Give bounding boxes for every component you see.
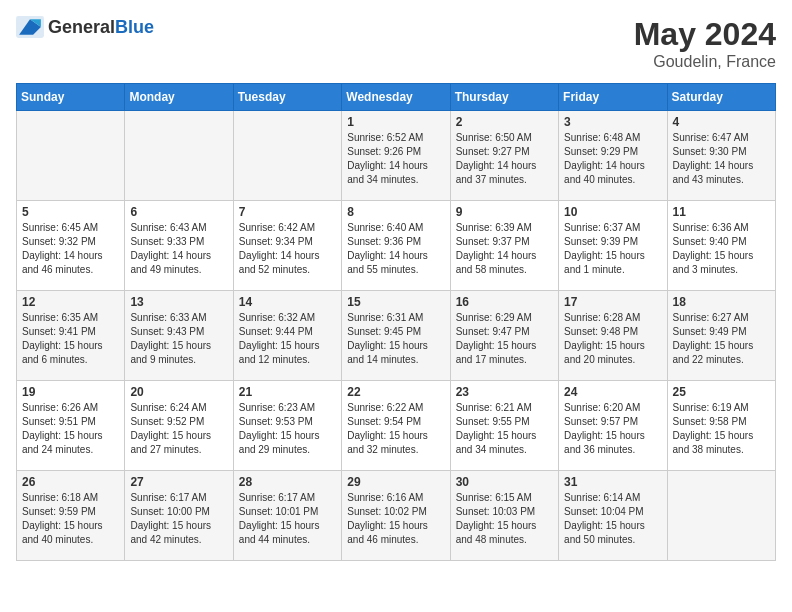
day-info: Sunrise: 6:50 AM xyxy=(456,131,553,145)
day-number: 9 xyxy=(456,205,553,219)
day-info: Sunrise: 6:17 AM xyxy=(239,491,336,505)
day-info: Sunrise: 6:16 AM xyxy=(347,491,444,505)
day-info: Sunset: 9:37 PM xyxy=(456,235,553,249)
day-info: Sunset: 10:03 PM xyxy=(456,505,553,519)
calendar-cell: 13Sunrise: 6:33 AMSunset: 9:43 PMDayligh… xyxy=(125,291,233,381)
day-info: Sunset: 10:02 PM xyxy=(347,505,444,519)
day-info: and 49 minutes. xyxy=(130,263,227,277)
day-info: Daylight: 14 hours xyxy=(22,249,119,263)
day-info: Sunrise: 6:17 AM xyxy=(130,491,227,505)
day-number: 13 xyxy=(130,295,227,309)
day-info: Daylight: 15 hours xyxy=(347,519,444,533)
day-info: Daylight: 15 hours xyxy=(564,249,661,263)
day-number: 23 xyxy=(456,385,553,399)
day-info: Sunrise: 6:48 AM xyxy=(564,131,661,145)
day-info: and 34 minutes. xyxy=(347,173,444,187)
day-info: Sunrise: 6:39 AM xyxy=(456,221,553,235)
day-info: and 46 minutes. xyxy=(22,263,119,277)
day-info: Sunrise: 6:20 AM xyxy=(564,401,661,415)
day-info: and 34 minutes. xyxy=(456,443,553,457)
day-info: Daylight: 15 hours xyxy=(130,519,227,533)
day-info: and 29 minutes. xyxy=(239,443,336,457)
day-number: 7 xyxy=(239,205,336,219)
day-info: Daylight: 15 hours xyxy=(22,429,119,443)
day-info: and 58 minutes. xyxy=(456,263,553,277)
day-number: 26 xyxy=(22,475,119,489)
calendar-cell: 17Sunrise: 6:28 AMSunset: 9:48 PMDayligh… xyxy=(559,291,667,381)
day-info: Sunrise: 6:27 AM xyxy=(673,311,770,325)
day-number: 15 xyxy=(347,295,444,309)
day-info: Sunrise: 6:32 AM xyxy=(239,311,336,325)
day-number: 17 xyxy=(564,295,661,309)
day-info: and 1 minute. xyxy=(564,263,661,277)
day-info: Daylight: 15 hours xyxy=(347,429,444,443)
day-info: Sunset: 9:55 PM xyxy=(456,415,553,429)
day-number: 6 xyxy=(130,205,227,219)
day-info: and 3 minutes. xyxy=(673,263,770,277)
day-number: 10 xyxy=(564,205,661,219)
calendar-cell: 15Sunrise: 6:31 AMSunset: 9:45 PMDayligh… xyxy=(342,291,450,381)
day-info: Sunset: 9:33 PM xyxy=(130,235,227,249)
day-number: 27 xyxy=(130,475,227,489)
weekday-header: Saturday xyxy=(667,84,775,111)
calendar-cell: 1Sunrise: 6:52 AMSunset: 9:26 PMDaylight… xyxy=(342,111,450,201)
day-info: Daylight: 15 hours xyxy=(456,519,553,533)
day-number: 12 xyxy=(22,295,119,309)
day-info: Sunset: 9:40 PM xyxy=(673,235,770,249)
day-number: 24 xyxy=(564,385,661,399)
day-info: and 48 minutes. xyxy=(456,533,553,547)
day-info: Sunset: 9:39 PM xyxy=(564,235,661,249)
calendar-cell: 26Sunrise: 6:18 AMSunset: 9:59 PMDayligh… xyxy=(17,471,125,561)
calendar-cell: 16Sunrise: 6:29 AMSunset: 9:47 PMDayligh… xyxy=(450,291,558,381)
day-info: Daylight: 15 hours xyxy=(22,519,119,533)
day-info: and 20 minutes. xyxy=(564,353,661,367)
day-info: Sunrise: 6:52 AM xyxy=(347,131,444,145)
calendar-table: SundayMondayTuesdayWednesdayThursdayFrid… xyxy=(16,83,776,561)
calendar-cell: 10Sunrise: 6:37 AMSunset: 9:39 PMDayligh… xyxy=(559,201,667,291)
day-info: Daylight: 15 hours xyxy=(22,339,119,353)
calendar-cell xyxy=(125,111,233,201)
calendar-cell: 29Sunrise: 6:16 AMSunset: 10:02 PMDaylig… xyxy=(342,471,450,561)
day-number: 31 xyxy=(564,475,661,489)
calendar-title: May 2024 xyxy=(634,16,776,53)
day-info: Sunrise: 6:14 AM xyxy=(564,491,661,505)
calendar-cell: 30Sunrise: 6:15 AMSunset: 10:03 PMDaylig… xyxy=(450,471,558,561)
day-info: Sunset: 9:45 PM xyxy=(347,325,444,339)
day-info: and 43 minutes. xyxy=(673,173,770,187)
day-info: Sunrise: 6:43 AM xyxy=(130,221,227,235)
day-info: Sunrise: 6:24 AM xyxy=(130,401,227,415)
day-number: 28 xyxy=(239,475,336,489)
calendar-cell: 25Sunrise: 6:19 AMSunset: 9:58 PMDayligh… xyxy=(667,381,775,471)
day-info: and 9 minutes. xyxy=(130,353,227,367)
calendar-cell: 28Sunrise: 6:17 AMSunset: 10:01 PMDaylig… xyxy=(233,471,341,561)
day-info: and 40 minutes. xyxy=(22,533,119,547)
day-info: Sunset: 9:34 PM xyxy=(239,235,336,249)
day-info: Sunset: 9:30 PM xyxy=(673,145,770,159)
day-info: Sunset: 9:44 PM xyxy=(239,325,336,339)
day-info: and 24 minutes. xyxy=(22,443,119,457)
day-number: 16 xyxy=(456,295,553,309)
day-info: Daylight: 15 hours xyxy=(564,429,661,443)
calendar-cell: 22Sunrise: 6:22 AMSunset: 9:54 PMDayligh… xyxy=(342,381,450,471)
day-info: Sunrise: 6:36 AM xyxy=(673,221,770,235)
day-info: Sunrise: 6:47 AM xyxy=(673,131,770,145)
day-info: and 44 minutes. xyxy=(239,533,336,547)
calendar-week-row: 1Sunrise: 6:52 AMSunset: 9:26 PMDaylight… xyxy=(17,111,776,201)
day-info: Sunset: 9:41 PM xyxy=(22,325,119,339)
calendar-cell: 11Sunrise: 6:36 AMSunset: 9:40 PMDayligh… xyxy=(667,201,775,291)
day-info: and 12 minutes. xyxy=(239,353,336,367)
weekday-header: Tuesday xyxy=(233,84,341,111)
day-info: Daylight: 14 hours xyxy=(347,159,444,173)
day-info: Sunrise: 6:37 AM xyxy=(564,221,661,235)
day-info: Sunset: 9:52 PM xyxy=(130,415,227,429)
day-info: Sunset: 9:47 PM xyxy=(456,325,553,339)
calendar-cell xyxy=(17,111,125,201)
day-info: Daylight: 15 hours xyxy=(456,429,553,443)
day-info: and 32 minutes. xyxy=(347,443,444,457)
day-info: Sunrise: 6:15 AM xyxy=(456,491,553,505)
day-info: Daylight: 14 hours xyxy=(347,249,444,263)
weekday-header: Wednesday xyxy=(342,84,450,111)
calendar-cell: 8Sunrise: 6:40 AMSunset: 9:36 PMDaylight… xyxy=(342,201,450,291)
day-info: Daylight: 15 hours xyxy=(239,519,336,533)
calendar-cell: 18Sunrise: 6:27 AMSunset: 9:49 PMDayligh… xyxy=(667,291,775,381)
